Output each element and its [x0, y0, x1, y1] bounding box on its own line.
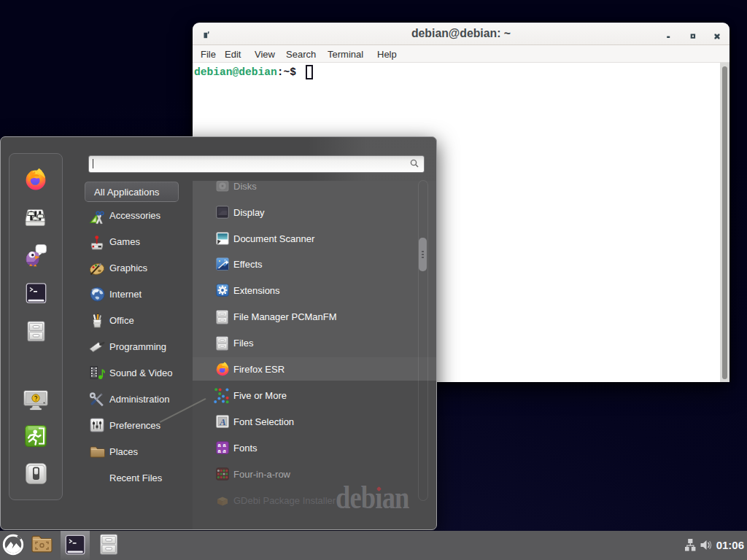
svg-text:a: a — [223, 448, 226, 454]
svg-text:A: A — [219, 417, 225, 427]
